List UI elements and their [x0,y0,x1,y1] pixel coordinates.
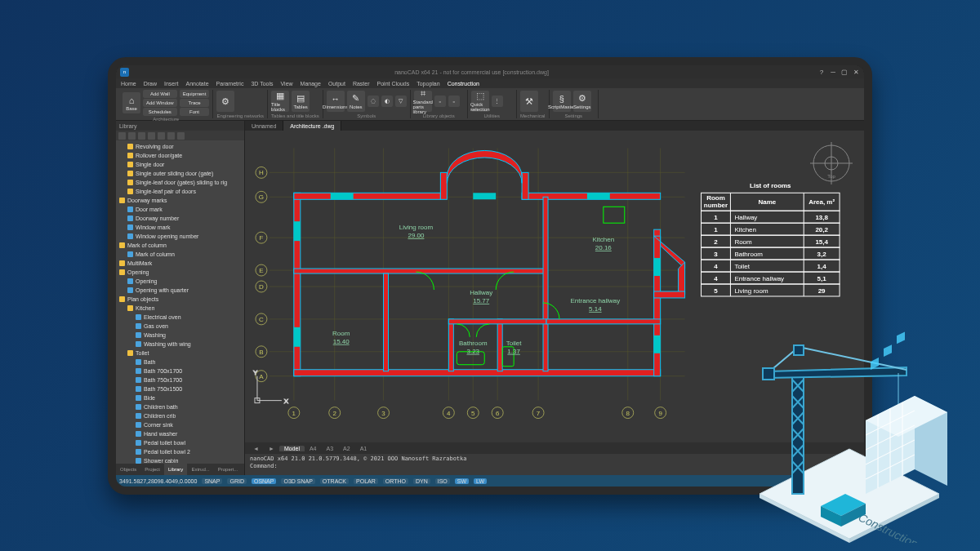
tree-item[interactable]: Children crib [116,411,244,420]
tree-item[interactable]: Bide [116,393,244,402]
status-grid[interactable]: GRID [227,478,247,484]
menu-3dtools[interactable]: 3D Tools [251,81,273,87]
drawing-canvas[interactable]: 123456789ABCDEFGHLiving room29.00Kitchen… [245,131,864,442]
library-tree[interactable]: Revolving doorRollover door/gateSingle d… [116,140,244,464]
status-otrack[interactable]: OTRACK [320,478,349,484]
menu-view[interactable]: View [281,81,293,87]
quickselect-button[interactable]: ⬚Quick selection [471,91,489,112]
tb-icon[interactable] [128,132,136,140]
symbol-icon[interactable]: ◌ [368,96,379,107]
sidebar-tab-project[interactable]: Project [140,464,164,475]
menu-raster[interactable]: Raster [353,81,370,87]
doc-tab-architecture[interactable]: Architecture .dwg [283,121,341,131]
tree-item[interactable]: Plan objects [116,295,244,304]
titleblocks-button[interactable]: ▦Title blocks [271,91,289,112]
doc-tab-unnamed[interactable]: Unnamed [245,121,283,131]
status-ortho[interactable]: ORTHO [383,478,408,484]
sidebar-tab-objects[interactable]: Objects [116,464,140,475]
status-lw[interactable]: LW [474,478,487,484]
status-iso[interactable]: ISO [435,478,450,484]
status-osnap[interactable]: OSNAP [252,478,277,484]
library-button[interactable]: ⌗Standard parts library [414,91,432,112]
lib2-icon[interactable]: ▫ [448,96,460,107]
tree-item[interactable]: Doorway marks [116,196,244,205]
engineering-button[interactable]: ⚙ [216,91,234,112]
menu-parametric[interactable]: Parametric [216,81,244,87]
menu-manage[interactable]: Manage [301,81,321,87]
tree-item[interactable]: MultiMark [116,259,244,268]
tree-item[interactable]: Window mark [116,223,244,232]
tb-icon[interactable] [177,132,185,140]
tree-item[interactable]: Children bath [116,402,244,411]
minimize-button[interactable]: ─ [829,68,837,76]
tree-item[interactable]: Single outer sliding door (gate) [116,169,244,178]
status-model[interactable]: MODEL [811,478,831,484]
util-icon[interactable]: ⋮ [492,96,503,107]
floor-plan[interactable]: 123456789ABCDEFGHLiving room29.00Kitchen… [245,131,864,442]
tree-item[interactable]: Pedal toilet bowl [116,438,244,447]
tree-item[interactable]: Opening [116,277,244,286]
tree-item[interactable]: Opening [116,268,244,277]
help-icon[interactable]: ? [817,68,826,76]
layers-icon[interactable]: ▤ [835,478,841,484]
tree-item[interactable]: Bath [116,358,244,367]
mechanical-button[interactable]: ⚒ [520,91,538,112]
add-window-button[interactable]: Add Window [143,99,177,107]
status-polar[interactable]: POLAR [354,478,378,484]
sidebar-tab-properties[interactable]: Propert... [214,464,243,475]
settings-button[interactable]: ⚙Settings [573,91,591,112]
status-scale[interactable]: m1:50 [845,478,861,484]
tab-a4[interactable]: A4 [305,446,322,451]
tree-item[interactable]: Hand washer [116,429,244,438]
tree-item[interactable]: Electrical oven [116,313,244,322]
menu-pointclouds[interactable]: Point Clouds [377,81,410,87]
lib-icon[interactable]: ▫ [434,96,446,107]
tree-item[interactable]: Washing [116,331,244,340]
tab-a1[interactable]: A1 [355,446,372,451]
tab-a2[interactable]: A2 [338,446,355,451]
menu-home[interactable]: Home [121,81,136,87]
menu-topoplan[interactable]: Topoplan [416,81,439,87]
add-wall-button[interactable]: Add Wall [143,90,177,98]
tree-item[interactable]: Bath 750x1700 [116,375,244,384]
tb-icon[interactable] [158,132,165,140]
menu-draw[interactable]: Draw [144,81,157,87]
tree-item[interactable]: Doorway number [116,214,244,223]
tb-icon[interactable] [148,132,155,140]
status-sw[interactable]: SW [455,478,469,484]
status-snap[interactable]: SNAP [202,478,222,484]
tb-icon[interactable] [138,132,145,140]
tree-item[interactable]: Single-leaf pair of doors [116,187,244,196]
notes-button[interactable]: ✎Notes [347,91,365,112]
tree-item[interactable]: Rollover door/gate [116,151,244,160]
tree-item[interactable]: Door mark [116,205,244,214]
status-o3dsnap[interactable]: O3D SNAP [281,478,314,484]
tables-button[interactable]: ▤Tables [292,91,310,112]
tree-item[interactable]: Washing with wing [116,340,244,349]
sidebar-tab-extrude[interactable]: Extrud... [187,464,213,475]
font-button[interactable]: Font [180,108,210,116]
tree-item[interactable]: Opening with quarter [116,286,244,295]
tree-item[interactable]: Pedal toilet bowl 2 [116,447,244,456]
tree-item[interactable]: Revolving door [116,142,244,151]
schedules-button[interactable]: Schedules [143,108,177,116]
menu-construction[interactable]: Construction [448,81,479,87]
tree-item[interactable]: Gas oven [116,322,244,331]
symbol3-icon[interactable]: ▽ [395,96,407,107]
tree-item[interactable]: Mark of column [116,241,244,250]
view-compass[interactable]: Top [807,139,856,188]
trace-button[interactable]: Trace [180,99,210,107]
tree-item[interactable]: Shower cabin [116,456,244,464]
dimensions-button[interactable]: ↔Dimensions [327,91,345,112]
maximize-button[interactable]: ▢ [840,68,849,76]
menu-annotate[interactable]: Annotate [186,81,209,87]
tree-item[interactable]: Bath 750x1500 [116,384,244,393]
tree-item[interactable]: Single door [116,160,244,169]
status-dyn[interactable]: DYN [413,478,430,484]
command-line[interactable]: nanoCAD x64 21.0 21.0.5779.3448, © 2021 … [245,454,864,475]
close-button[interactable]: ✕ [852,68,860,76]
tree-item[interactable]: Mark of column [116,250,244,259]
tb-icon[interactable] [118,132,126,140]
scriptmaster-button[interactable]: §ScriptMaster [553,91,571,112]
tree-item[interactable]: Window opening number [116,232,244,241]
